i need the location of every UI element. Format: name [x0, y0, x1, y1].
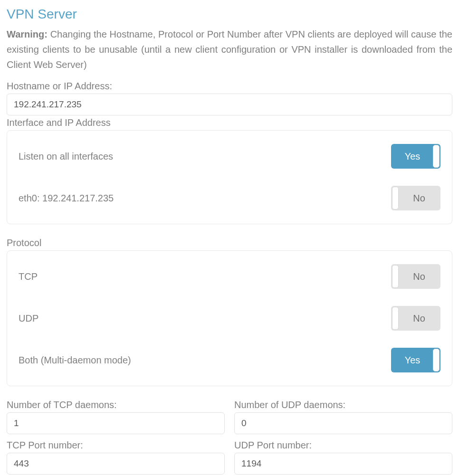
toggle-handle	[392, 265, 399, 288]
tcp-daemons-label: Number of TCP daemons:	[7, 400, 225, 410]
toggle-handle	[392, 187, 399, 209]
interface-option-label: eth0: 192.241.217.235	[19, 193, 114, 204]
warning-body: Changing the Hostname, Protocol or Port …	[7, 29, 452, 70]
toggle-listen-all-interfaces[interactable]: Yes	[391, 144, 440, 169]
protocol-option-label: UDP	[19, 313, 38, 324]
warning-paragraph: Warning: Changing the Hostname, Protocol…	[7, 27, 452, 72]
protocol-option-row: TCP No	[19, 259, 440, 297]
udp-port-input[interactable]	[234, 453, 452, 475]
protocol-option-group: TCP No UDP No Both (Multi-daemon mode) Y…	[7, 250, 452, 386]
port-number-row: TCP Port number: UDP Port number:	[7, 440, 452, 476]
tcp-port-label: TCP Port number:	[7, 440, 225, 451]
tcp-port-input[interactable]	[7, 453, 225, 475]
interface-option-label: Listen on all interfaces	[19, 151, 113, 162]
protocol-option-label: Both (Multi-daemon mode)	[19, 355, 131, 366]
interface-option-row: eth0: 192.241.217.235 No	[19, 177, 440, 215]
toggle-handle	[433, 145, 440, 168]
protocol-option-label: TCP	[19, 271, 38, 282]
interface-option-row: Listen on all interfaces Yes	[19, 139, 440, 177]
interface-section-label: Interface and IP Address	[7, 117, 452, 128]
protocol-option-row: UDP No	[19, 297, 440, 339]
interface-option-group: Listen on all interfaces Yes eth0: 192.2…	[7, 130, 452, 224]
toggle-tcp[interactable]: No	[391, 264, 440, 289]
warning-label: Warning:	[7, 29, 48, 39]
page-title: VPN Server	[7, 7, 452, 22]
toggle-udp[interactable]: No	[391, 306, 440, 331]
protocol-option-row: Both (Multi-daemon mode) Yes	[19, 339, 440, 377]
tcp-daemons-input[interactable]	[7, 412, 225, 434]
protocol-section-label: Protocol	[7, 238, 452, 248]
udp-daemons-input[interactable]	[234, 412, 452, 434]
toggle-handle	[433, 349, 440, 371]
udp-daemons-label: Number of UDP daemons:	[234, 400, 452, 410]
hostname-label: Hostname or IP Address:	[7, 81, 452, 92]
hostname-input[interactable]	[7, 94, 452, 115]
toggle-eth0[interactable]: No	[391, 186, 440, 210]
daemon-count-row: Number of TCP daemons: Number of UDP dae…	[7, 400, 452, 436]
toggle-both[interactable]: Yes	[391, 348, 440, 372]
toggle-handle	[392, 307, 399, 330]
udp-port-label: UDP Port number:	[234, 440, 452, 451]
